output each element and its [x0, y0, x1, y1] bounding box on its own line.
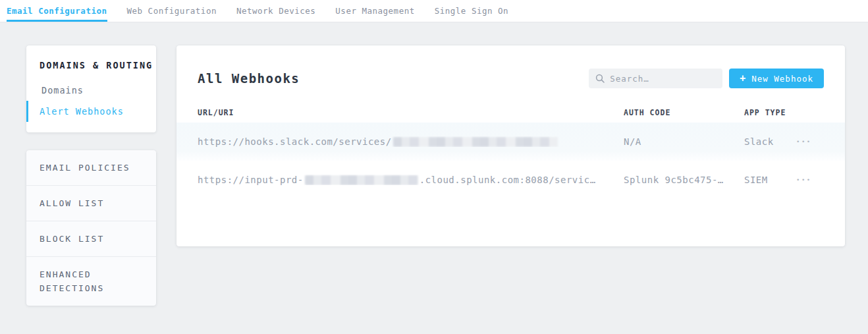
tab-web-configuration[interactable]: Web Configuration — [127, 0, 217, 22]
webhook-url-prefix: https://hooks.slack.com/services/ — [198, 136, 392, 147]
tab-user-management[interactable]: User Management — [335, 0, 414, 22]
auth-code-cell: Splunk 9c5bc475-… — [624, 175, 744, 185]
tab-network-devices[interactable]: Network Devices — [236, 0, 315, 22]
redacted-url-blur — [305, 175, 418, 185]
domains-routing-card: DOMAINS & ROUTING Domains Alert Webhooks — [26, 45, 156, 132]
top-nav: Email Configuration Web Configuration Ne… — [0, 0, 868, 22]
sidebar-sections-card: EMAIL POLICIES ALLOW LIST BLOCK LIST ENH… — [26, 150, 156, 306]
search-icon — [595, 74, 605, 83]
domains-routing-heading: DOMAINS & ROUTING — [26, 60, 156, 70]
auth-code-cell: N/A — [624, 136, 744, 147]
column-header-url-uri: URL/URI — [198, 108, 624, 117]
column-header-menu — [795, 108, 824, 117]
page-title: All Webhooks — [198, 71, 300, 86]
sidebar-item-domains[interactable]: Domains — [26, 80, 156, 101]
sidebar-item-allow-list[interactable]: ALLOW LIST — [26, 186, 156, 221]
table-row[interactable]: https://input-prd- .cloud.splunk.com:808… — [176, 161, 845, 199]
sidebar: DOMAINS & ROUTING Domains Alert Webhooks… — [26, 45, 156, 306]
new-webhook-label: New Webhook — [751, 74, 813, 84]
column-header-app-type: APP TYPE — [744, 108, 795, 117]
row-menu-button[interactable]: ••• — [795, 136, 813, 148]
page-body: DOMAINS & ROUTING Domains Alert Webhooks… — [0, 22, 868, 306]
webhooks-panel: All Webhooks + New Webhook URL/URI AUTH … — [176, 45, 845, 246]
table-header: URL/URI AUTH CODE APP TYPE — [176, 103, 845, 123]
webhook-url-cell: https://input-prd- .cloud.splunk.com:808… — [198, 175, 624, 185]
search-box[interactable] — [589, 69, 722, 88]
new-webhook-button[interactable]: + New Webhook — [729, 69, 824, 88]
tab-single-sign-on[interactable]: Single Sign On — [435, 0, 508, 22]
webhook-url-suffix: .cloud.splunk.com:8088/servic… — [420, 175, 596, 185]
webhook-url-prefix: https://input-prd- — [198, 175, 304, 185]
sidebar-item-alert-webhooks[interactable]: Alert Webhooks — [26, 101, 156, 122]
app-type-cell: SIEM — [744, 175, 795, 185]
row-menu-button[interactable]: ••• — [795, 174, 813, 186]
panel-header: All Webhooks + New Webhook — [176, 45, 845, 103]
search-input[interactable] — [610, 74, 716, 84]
app-type-cell: Slack — [744, 136, 795, 147]
webhook-url-cell: https://hooks.slack.com/services/ — [198, 136, 624, 147]
table-row[interactable]: https://hooks.slack.com/services/ N/A Sl… — [176, 123, 845, 161]
redacted-url-blur — [393, 137, 558, 147]
sidebar-item-email-policies[interactable]: EMAIL POLICIES — [26, 150, 156, 186]
plus-icon: + — [740, 74, 746, 84]
column-header-auth-code: AUTH CODE — [624, 108, 744, 117]
tab-email-configuration[interactable]: Email Configuration — [7, 0, 107, 22]
sidebar-item-enhanced-detections[interactable]: ENHANCED DETECTIONS — [26, 257, 156, 306]
sidebar-item-block-list[interactable]: BLOCK LIST — [26, 221, 156, 257]
